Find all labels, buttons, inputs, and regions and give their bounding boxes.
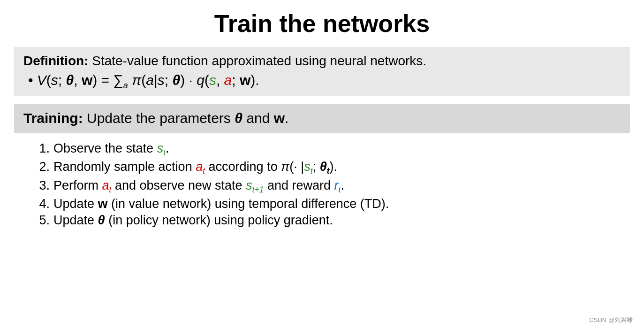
step-1: 1. Observe the state st. [33, 141, 630, 158]
step-1-text: Observe the state st. [53, 141, 169, 158]
step-5-text: Update θ (in policy network) using polic… [53, 213, 333, 228]
step-4: 4. Update w (in value network) using tem… [33, 197, 630, 211]
formula-line: • V(s; θ, w) = ∑a π(a|s; θ) · q(s, a; w)… [23, 72, 621, 91]
definition-label: Definition: [23, 54, 88, 68]
bullet: • [28, 72, 37, 88]
page-container: Train the networks Definition: State-val… [0, 0, 644, 330]
step-5-num: 5. [33, 213, 50, 228]
step-2-text: Randomly sample action at according to π… [53, 160, 337, 176]
formula-V: V [37, 72, 46, 88]
step-4-num: 4. [33, 197, 50, 211]
step-3-num: 3. [33, 178, 50, 193]
step-5: 5. Update θ (in policy network) using po… [33, 213, 630, 228]
watermark: CSDN @刘兴禄 [589, 316, 633, 324]
step-3: 3. Perform at and observe new state st+1… [33, 178, 630, 195]
training-box: Training: Update the parameters θ and w. [14, 104, 630, 133]
steps-list: 1. Observe the state st. 2. Randomly sam… [14, 141, 630, 228]
definition-line1: Definition: State-value function approxi… [23, 54, 621, 69]
definition-text: State-value function approximated using … [92, 54, 426, 68]
step-2: 2. Randomly sample action at according t… [33, 160, 630, 176]
training-text: Update the parameters [87, 110, 235, 126]
training-line: Training: Update the parameters θ and w. [23, 110, 621, 126]
step-4-text: Update w (in value network) using tempor… [53, 197, 389, 211]
step-3-text: Perform at and observe new state st+1 an… [53, 178, 344, 195]
step-1-num: 1. [33, 141, 50, 156]
page-title: Train the networks [14, 5, 630, 47]
formula-paren-open: ( [46, 72, 51, 88]
step-2-num: 2. [33, 160, 50, 174]
definition-box: Definition: State-value function approxi… [14, 47, 630, 96]
training-label: Training: [23, 110, 83, 126]
